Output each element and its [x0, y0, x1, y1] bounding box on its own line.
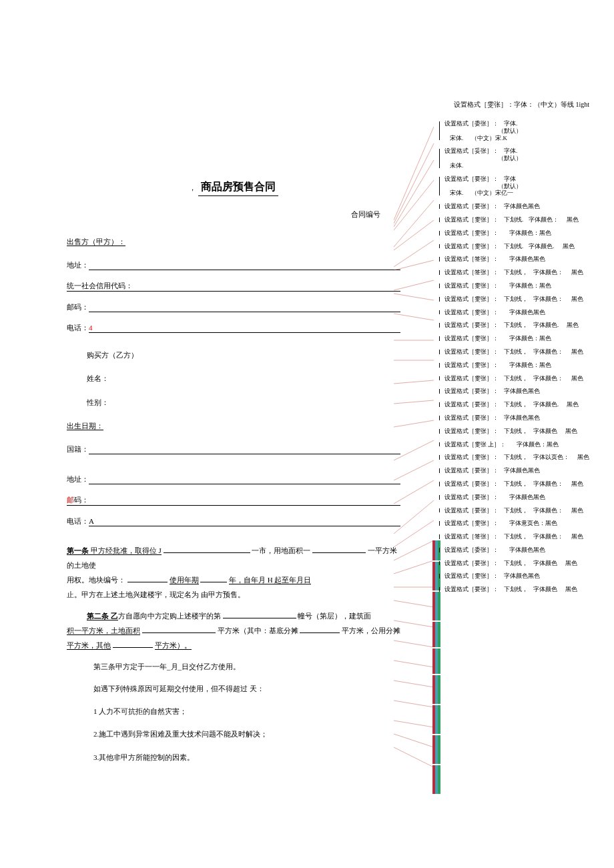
comment-author: 设置格式［雯张］： — [444, 348, 499, 355]
comment-text: 设置格式［要张］：字体颜色黑色 — [444, 467, 607, 474]
buyer-post-field[interactable] — [89, 496, 400, 506]
format-comment: 设置格式［雯张］：下划线，字体颜色：黑色 — [427, 348, 607, 356]
comment-author: 设置格式［雯张］： — [444, 362, 499, 368]
comment-part-2: 下划线， — [504, 428, 528, 434]
svg-rect-39 — [432, 647, 440, 648]
comment-part-2: 下划线， — [504, 401, 528, 408]
buyer-post-label2: 码： — [74, 495, 89, 506]
article-3-item-3: 3.其他非甲方所能控制的因素。 — [93, 749, 400, 765]
comment-bracket — [439, 363, 440, 368]
comment-text: 设置格式［要张］：下划线，字体颜色：黑色 — [444, 480, 607, 488]
comment-text: 设置格式［雯张］：下划线，字体颜色黑色 — [444, 428, 607, 435]
article-2-other-field[interactable] — [113, 647, 153, 648]
buyer-address-field[interactable] — [89, 475, 400, 484]
comment-part-2: 字体. — [504, 147, 517, 154]
article-2: 第二条 乙方自愿向中方定购上述楼宇的第 幢号（第层），建筑面 积一平方米，土地面… — [67, 608, 400, 653]
comment-part-3: 字体颜色： — [533, 296, 563, 302]
buyer-phone-field[interactable]: A — [89, 517, 400, 526]
comment-bracket — [439, 508, 440, 513]
format-comment: 设置格式［要张］：字体颜色黑色 — [427, 388, 607, 395]
seller-credit-field[interactable] — [133, 282, 400, 292]
article-1-city-field[interactable] — [164, 552, 250, 553]
comment-part-2: 下划线， — [504, 507, 528, 514]
comment-part-3: 字体颜色：黑色 — [509, 282, 551, 289]
comment-author: 设置格式［要张］： — [444, 480, 499, 487]
comment-author: 设置格式［签张］： — [444, 533, 499, 540]
article-1-t7: 止。甲方在上述土地兴建楼宇，现定名为 由甲方预售。 — [67, 590, 245, 598]
comment-part-4: （中文）宋亿一 — [471, 189, 513, 196]
comment-bracket — [439, 442, 440, 447]
comment-bracket — [439, 284, 440, 288]
comment-bracket — [439, 561, 440, 566]
article-2-t5: 平方米，公用分摊 — [342, 626, 400, 634]
article-2-t4: 平方米（其中：基底分摊 — [218, 626, 298, 634]
comment-part-2: 字体颜色黑色 — [504, 467, 540, 474]
article-2-landarea-field[interactable] — [142, 632, 216, 633]
comment-part-4: 黑色 — [567, 216, 579, 223]
comment-part-2: 下划线， — [504, 375, 528, 382]
comment-text: 设置格式［雯张］：下划线，字体颜色：黑色 — [444, 296, 607, 303]
comment-part-4: 黑色 — [571, 269, 583, 276]
comment-part-4: 黑色 — [571, 375, 583, 382]
comment-part-3: 字体以页色： — [533, 454, 569, 460]
comment-author: 设置格式［雯张］： — [444, 520, 499, 526]
format-comment: 设置格式［雯张］：下划线，字体颜色黑色 — [427, 428, 607, 435]
comment-text: 设置格式［要张］：字体（默认）宋体.（中文）宋亿一 — [444, 175, 607, 197]
format-comment: 设置格式［委张］：字体.（默认）宋体.（中文）宋.K — [427, 120, 607, 141]
comment-bracket — [439, 495, 440, 500]
comment-part-3: 字体颜色 — [533, 586, 557, 592]
comment-part-2: 字体颜色黑色 — [504, 414, 540, 421]
article-1-block-field[interactable] — [127, 582, 168, 582]
document-body: ， 商品房预售合同 合同编号 出售方（甲方）： 地址： 统一社会信用代码： 邮码… — [67, 100, 400, 765]
seller-phone-label: 电话： — [67, 323, 89, 333]
comment-subline: （默认） — [498, 127, 607, 135]
comment-part-2: 字体颜色黑色 — [504, 388, 540, 394]
comment-bracket — [439, 376, 440, 381]
article-1-years-field[interactable] — [200, 582, 227, 582]
article-2-base-field[interactable] — [300, 632, 340, 633]
comment-part-3: 字体意页色：黑色 — [509, 520, 557, 526]
article-2-building-field[interactable] — [223, 618, 296, 618]
comment-bracket — [439, 468, 440, 473]
format-comment: 设置格式［要张］：下划线，字体颜色：黑色 — [427, 507, 607, 514]
comment-text: 设置格式［雯张］：下划线.字体颜色：黑色 — [444, 216, 607, 224]
comment-bracket — [439, 218, 440, 222]
buyer-phone-label: 电话： — [67, 516, 89, 526]
article-1-t4: 用权。地块编号： — [67, 576, 125, 584]
article-1: 第一条 甲方经批准，取得位 J 一市，用地面积一 一平方米的土地使 用权。地块编… — [67, 543, 400, 602]
comment-text: 设置格式［签张］：字体颜色黑色 — [444, 256, 607, 263]
comment-part-4: 黑色 — [571, 348, 583, 355]
comment-part-2: 下划线. — [504, 243, 523, 250]
comment-bracket — [439, 177, 440, 195]
comment-bracket — [439, 204, 440, 209]
buyer-gender-label: 性别： — [87, 397, 400, 409]
comment-author: 设置格式［要张］： — [444, 467, 499, 474]
format-comment: 设置格式［雯张］：字体颜色：黑色 — [427, 335, 607, 342]
comment-text: 设置格式［委张］：字体颜色黑色 — [444, 546, 607, 554]
svg-rect-43 — [432, 764, 440, 765]
comment-author: 设置格式［要张］： — [444, 586, 499, 592]
article-1-t2: 一市，用地面积一 — [252, 546, 310, 554]
seller-address-field[interactable] — [89, 261, 400, 270]
seller-post-label: 邮码： — [67, 302, 89, 312]
format-comment: 设置格式［签张］：下划线，字体颜色：黑色 — [427, 269, 607, 276]
title-prefix: ， — [189, 183, 196, 191]
comment-text: 设置格式［雯张］：字体意页色：黑色 — [444, 520, 607, 527]
comment-author: 设置格式［雯张］： — [444, 230, 499, 236]
comment-bracket — [439, 416, 440, 420]
buyer-nationality-field[interactable] — [89, 445, 400, 454]
comment-part-2: 下划线， — [504, 480, 528, 487]
buyer-dob-label: 出生日期： — [67, 422, 103, 430]
buyer-address-label: 地址： — [67, 474, 89, 484]
format-comment: 设置格式［要张］：字体颜色黑色 — [427, 414, 607, 422]
seller-post-field[interactable] — [89, 303, 400, 312]
seller-phone-field[interactable]: 4 — [89, 324, 400, 333]
comment-part-3: 字体颜色：黑色 — [509, 335, 551, 342]
comment-part-2: 字体颜色黑色 — [504, 203, 540, 209]
comment-part-4: 黑色 — [577, 454, 589, 460]
comment-bracket — [439, 336, 440, 341]
article-1-area-field[interactable] — [312, 552, 366, 553]
comment-bracket — [439, 402, 440, 407]
comment-text: 设置格式［签张］：下划线，字体颜色：黑色 — [444, 533, 607, 540]
seller-address-label: 地址： — [67, 260, 89, 270]
